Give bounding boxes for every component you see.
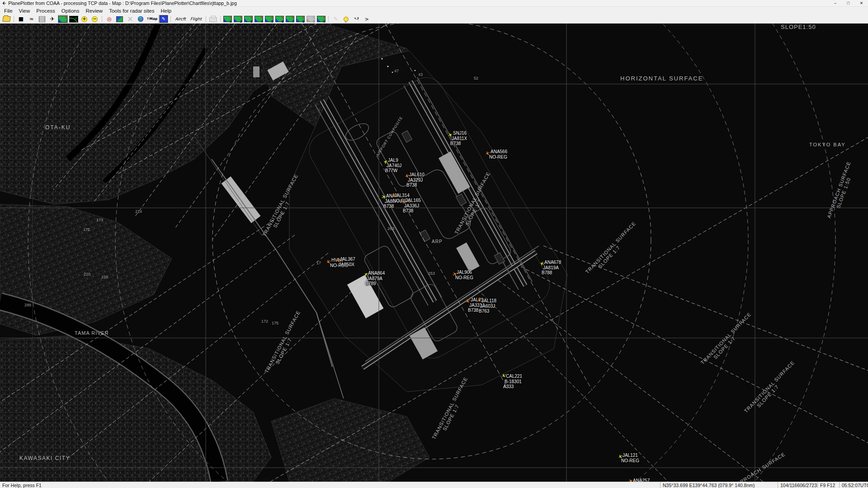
window-controls: – □ ✕ [829,0,868,6]
stop-icon[interactable]: ■ [16,15,26,23]
map-preset-4-icon[interactable]: 4 [254,15,264,23]
aircraft-layer: ✈SNJ16JA811XB738✈ANA566NO-REG✈JAL9JA740J… [0,23,868,482]
minimize-button[interactable]: – [829,0,842,6]
aircraft-label-jal121[interactable]: JAL121NO-REG [623,453,639,463]
aircraft-label-jal9[interactable]: JAL9JA740JB77W [388,158,401,174]
status-help: For Help, press F1 [0,482,660,488]
share-flag-icon[interactable] [115,15,124,23]
aircraft-label-jal367[interactable]: JAL367JA850X [340,257,355,267]
map-preset-6-icon[interactable]: 6 [275,15,284,23]
toolbar-separator [206,16,206,22]
map-preset-8-icon[interactable]: 8 [296,15,305,23]
aircraft-label-snj16[interactable]: SNJ16JA811XB738 [453,131,467,146]
edit-mode-icon[interactable]: ✎ [159,15,168,23]
map-up-icon[interactable]: ↑Map [146,15,158,23]
status-bar: For Help, press F1 N35°33.699 E139°44.76… [0,482,868,488]
record-toggle-icon[interactable]: ◎ [104,15,114,23]
aircft-button-button[interactable]: Aircft [173,15,188,23]
menu-tools-for-radar-sites[interactable]: Tools for radar sites [106,8,157,14]
aircraft-view-icon[interactable]: ✈ [47,15,57,23]
toolbar-separator [170,16,171,22]
globe-icon[interactable] [136,15,145,23]
toolbar-separator [14,16,14,22]
map-preset-9-icon: 9 [306,15,316,23]
print-icon [208,15,218,23]
aircraft-label-jal906[interactable]: JAL906NO-REG [457,270,473,280]
overflow-icon[interactable]: > [362,15,372,23]
menu-file[interactable]: File [1,8,16,14]
map-preset-1-icon[interactable]: 1 [223,15,232,23]
close-button[interactable]: ✕ [855,0,868,6]
status-keys: F9 F12 [817,482,839,488]
toolbar-separator [102,16,102,22]
menu-review[interactable]: Review [82,8,106,14]
app-icon: ✈ [2,0,6,6]
title-bar: ✈ PlanePlotter from COAA - processing TC… [0,0,868,7]
aircraft-label-jal118[interactable]: JAL118JA603JB763 [481,298,496,314]
tools-icon [125,15,135,23]
map-preset-3-icon[interactable]: 3 [244,15,253,23]
open-file-icon[interactable] [2,15,11,23]
status-time: 05:52:07UTC [839,482,868,488]
status-position: N35°33.699 E139°44.763 (079.9° 140.8nm) [660,482,778,488]
toolbar-separator [220,16,221,22]
flight-button-button[interactable]: Flight [189,15,203,23]
toolbar: ■≈✈+−◎↑Map✎AircftFlight1234567890✎↖?> [0,14,868,24]
menu-process[interactable]: Process [33,8,58,14]
aircraft-label-ana864[interactable]: ANA864JA879AB789 [368,271,385,286]
context-help-icon[interactable]: ↖? [352,15,361,23]
aircraft-label-cal221[interactable]: CAL221B-18301A333 [506,374,522,389]
map-canvas[interactable]: SLOPE1:50HORIZONTAL SURFACETOKYO BAYOTA-… [0,23,868,482]
tip-of-day-icon[interactable] [341,15,351,23]
aircraft-label-ana566[interactable]: ANA566NO-REG [491,149,507,160]
menu-options[interactable]: Options [58,8,83,14]
status-counts: 104/116606/27233 [778,482,817,488]
menu-view[interactable]: View [16,8,33,14]
window-title: PlanePlotter from COAA - processing TCP … [8,0,237,6]
zoom-in-icon[interactable]: + [80,15,89,23]
map-preset-2-icon[interactable]: 2 [233,15,243,23]
map-preset-5-icon[interactable]: 5 [264,15,274,23]
toolbar-separator [328,16,329,22]
map-preset-7-icon[interactable]: 7 [285,15,295,23]
aircraft-label-jal610[interactable]: JAL610JA329JB738 [409,172,425,188]
maximize-button[interactable]: □ [842,0,855,6]
menu-bar: FileViewProcessOptionsReviewTools for ra… [0,7,868,14]
chart-view-icon[interactable] [58,15,68,23]
radar-view-icon[interactable] [69,15,79,23]
draw-tool-icon: ✎ [331,15,340,23]
message-list-icon[interactable] [37,15,47,23]
aircraft-label-jal165[interactable]: JAL165JA336JB738 [406,198,421,214]
zoom-out-icon[interactable]: − [90,15,99,23]
map-preset-0-icon[interactable]: 0 [316,15,326,23]
menu-help[interactable]: Help [158,8,175,14]
signal-view-icon[interactable]: ≈ [27,15,36,23]
aircraft-label-ana678[interactable]: ANA678JA819AB788 [544,260,561,276]
aircraft-label-ana257[interactable]: ANA257 [633,478,650,482]
